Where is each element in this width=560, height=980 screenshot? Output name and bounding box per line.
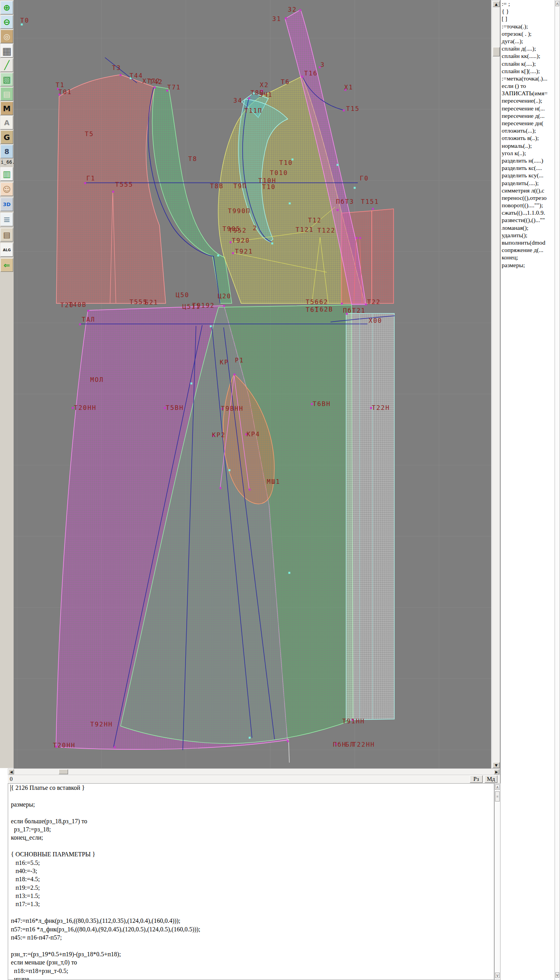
rz-button[interactable]: Рз bbox=[470, 775, 483, 783]
command-item[interactable]: сжать(()..,1.1.0.9. bbox=[500, 209, 555, 216]
point-marker[interactable] bbox=[359, 237, 361, 239]
command-item[interactable]: удалить(); bbox=[500, 231, 555, 239]
point-label[interactable]: Р1 bbox=[235, 357, 244, 364]
point-marker[interactable] bbox=[114, 746, 116, 748]
zoom-out-icon[interactable]: ⊖ bbox=[0, 15, 13, 29]
point-label[interactable]: Ц20 bbox=[218, 292, 231, 300]
point-label[interactable]: Т42 bbox=[149, 78, 163, 86]
command-item[interactable]: конец; bbox=[500, 254, 555, 261]
skirt-side-strip[interactable] bbox=[346, 313, 394, 720]
command-item[interactable]: сплайн к(....); bbox=[500, 60, 555, 67]
point-marker[interactable] bbox=[356, 237, 358, 239]
editor-scrollbar[interactable]: ∧ ≡ ∨ bbox=[494, 783, 500, 980]
code-line[interactable]: иначе bbox=[8, 975, 494, 980]
point-label[interactable]: Т15 bbox=[346, 105, 360, 112]
point-marker[interactable] bbox=[249, 489, 251, 491]
drafting-tools-icon[interactable]: A bbox=[0, 116, 13, 130]
panel-scroll-up-button[interactable]: ∧ bbox=[555, 1, 559, 6]
point-label[interactable]: Т8 bbox=[188, 155, 197, 163]
pattern-canvas[interactable]: Т03132Т3Т44ХТ72Т42Т1Т01Т71Т163Х2Т6Т8ПЗЧ1… bbox=[14, 0, 491, 768]
point-marker[interactable] bbox=[232, 252, 234, 254]
command-panel-scrollbar[interactable]: ∧ ∨ bbox=[555, 0, 560, 980]
point-label[interactable]: Т40В bbox=[68, 301, 87, 308]
code-line[interactable]: п17:=1.3; bbox=[8, 900, 494, 908]
view-piece-icon[interactable]: ◎ bbox=[0, 30, 13, 43]
point-marker[interactable] bbox=[220, 487, 222, 489]
point-label[interactable]: Т22НН bbox=[352, 741, 375, 748]
code-line[interactable]: рз_17:=рз_18; bbox=[8, 825, 494, 833]
command-item[interactable]: пересечение дн( bbox=[500, 119, 555, 127]
point-label[interactable]: Г0 bbox=[360, 175, 369, 182]
command-item[interactable]: сплайн д(....); bbox=[500, 45, 555, 52]
point-marker[interactable] bbox=[72, 407, 74, 409]
command-item[interactable]: симметрия л((),с bbox=[500, 187, 555, 194]
point-label[interactable]: Т990П bbox=[228, 207, 250, 215]
point-label[interactable]: ПбН bbox=[333, 741, 346, 748]
point-label[interactable]: Т62В bbox=[315, 306, 333, 313]
point-marker[interactable] bbox=[230, 242, 232, 243]
command-item[interactable]: угол к(..); bbox=[500, 149, 555, 157]
portrait-icon[interactable]: ☺ bbox=[0, 182, 13, 196]
command-item[interactable]: перенос((),отрезо bbox=[500, 194, 555, 201]
point-marker[interactable] bbox=[120, 74, 122, 76]
point-marker[interactable] bbox=[223, 305, 225, 307]
code-line[interactable]: рзн_т:=(рз_19*0.5+п19)-(рз_18*0.5+п18); bbox=[8, 950, 494, 958]
point-marker[interactable] bbox=[229, 469, 231, 471]
point-label[interactable]: МОЛ bbox=[90, 376, 104, 383]
point-label[interactable]: Т121 bbox=[296, 226, 314, 233]
code-line[interactable]: п16:=5.5; bbox=[8, 859, 494, 867]
point-marker[interactable] bbox=[234, 374, 236, 376]
point-marker[interactable] bbox=[287, 740, 289, 742]
command-item[interactable]: :=точка(.); bbox=[500, 23, 555, 30]
measure-segment-icon[interactable]: ╱ bbox=[0, 58, 13, 72]
side-piece-right[interactable] bbox=[372, 209, 394, 303]
point-label[interactable]: Х00 bbox=[369, 317, 382, 324]
point-label[interactable]: 34 bbox=[233, 97, 242, 104]
point-label[interactable]: Т952 bbox=[229, 227, 247, 234]
point-label[interactable]: Х2 bbox=[260, 81, 269, 89]
code-line[interactable]: п57:=п16 *л_фнк(рз_16,((80,0.4),(92,0.45… bbox=[8, 925, 494, 933]
point-label[interactable]: 31 bbox=[272, 15, 281, 23]
point-marker[interactable] bbox=[299, 9, 301, 11]
command-item[interactable]: нормаль(..); bbox=[500, 142, 555, 149]
command-item[interactable]: ЗАПИСАТЬ(имя= bbox=[500, 89, 555, 97]
code-line[interactable]: п19:=2.5; bbox=[8, 884, 494, 892]
point-label[interactable]: Т5ВН bbox=[166, 404, 184, 411]
command-item[interactable]: размеры; bbox=[500, 261, 555, 269]
point-marker[interactable] bbox=[301, 76, 303, 78]
point-label[interactable]: ТАЛ bbox=[82, 316, 95, 323]
point-marker[interactable] bbox=[191, 383, 192, 385]
point-marker[interactable] bbox=[210, 326, 212, 327]
point-marker[interactable] bbox=[84, 182, 86, 184]
point-label[interactable]: Т9П bbox=[233, 182, 247, 190]
point-label[interactable]: Т555 bbox=[115, 181, 133, 188]
code-line[interactable] bbox=[8, 908, 494, 917]
command-item[interactable]: поворот(()....""); bbox=[500, 201, 555, 209]
code-line[interactable]: п13:=1.5; bbox=[8, 892, 494, 900]
command-item[interactable]: сплайн к[](....); bbox=[500, 67, 555, 75]
point-label[interactable]: Т11П bbox=[244, 107, 262, 114]
point-label[interactable]: Т6ВН bbox=[313, 400, 331, 408]
code-line[interactable]: конец_если; bbox=[8, 833, 494, 842]
exit-door-icon[interactable]: ⇐ bbox=[0, 258, 13, 272]
code-line[interactable]: { ОСНОВНЫЕ ПАРАМЕТРЫ } bbox=[8, 850, 494, 858]
canvas-hscrollbar[interactable]: ◀ ▶ bbox=[8, 768, 500, 775]
scroll-up-button[interactable]: ▲ bbox=[493, 1, 500, 7]
text-document-icon[interactable]: ≡ bbox=[0, 213, 13, 226]
point-marker[interactable] bbox=[289, 572, 290, 574]
point-label[interactable]: Т0 bbox=[20, 17, 29, 24]
point-label[interactable]: Т12 bbox=[308, 217, 322, 224]
point-marker[interactable] bbox=[365, 304, 367, 306]
code-line[interactable] bbox=[8, 792, 494, 800]
command-item[interactable]: сплайн кк(.....); bbox=[500, 52, 555, 60]
code-line[interactable]: п18:=п18+рзн_т-0.5; bbox=[8, 967, 494, 975]
md-button[interactable]: Мд bbox=[485, 775, 497, 783]
point-label[interactable]: Т16 bbox=[304, 70, 318, 77]
point-label[interactable]: Т010 bbox=[270, 169, 288, 177]
point-label[interactable]: Т10 bbox=[279, 159, 293, 166]
code-line[interactable]: если меньше (рзн_т,0) то bbox=[8, 958, 494, 966]
command-item[interactable]: разделить ксу(... bbox=[500, 172, 555, 179]
editor-scroll-down-button[interactable]: ∨ bbox=[495, 973, 500, 978]
canvas-vscrollbar[interactable]: ▲ ▼ bbox=[492, 0, 500, 768]
reference-books-icon[interactable]: ▤ bbox=[0, 228, 13, 242]
